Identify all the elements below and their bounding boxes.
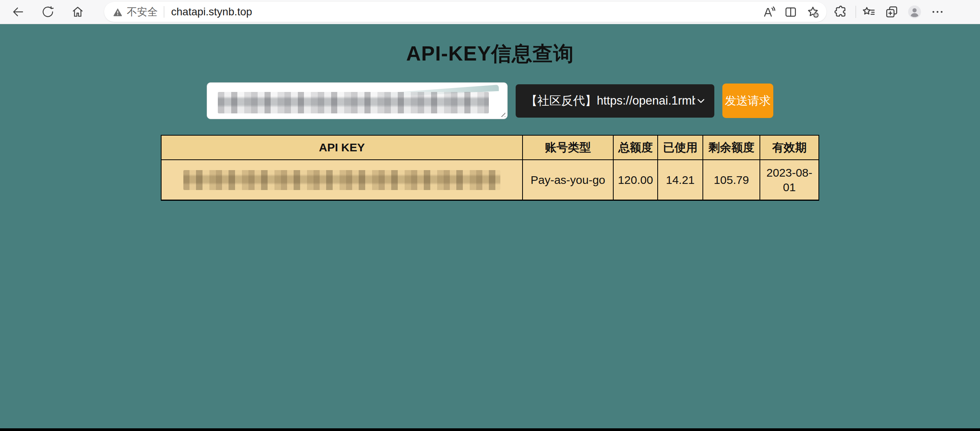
submit-button[interactable]: 发送请求	[722, 84, 773, 118]
refresh-icon	[41, 5, 55, 19]
toolbar-divider	[856, 6, 856, 18]
chevron-down-icon	[695, 95, 707, 107]
favorites-button[interactable]	[860, 3, 877, 21]
api-key-info-table: API KEY 账号类型 总额度 已使用 剩余额度 有效期 Pay-as-you…	[161, 135, 819, 201]
api-key-textarea[interactable]	[207, 82, 508, 119]
proxy-select[interactable]: 【社区反代】https://openai.1rmb.tk	[516, 84, 714, 118]
header-remaining: 剩余额度	[703, 135, 760, 160]
collections-icon	[884, 5, 899, 19]
favorites-icon	[861, 5, 876, 19]
cell-api-key	[161, 160, 523, 200]
bottom-black-bar	[0, 428, 980, 431]
extensions-button[interactable]	[832, 3, 849, 21]
more-icon	[930, 5, 945, 19]
collections-button[interactable]	[883, 3, 900, 21]
profile-button[interactable]	[906, 3, 923, 21]
more-button[interactable]	[929, 3, 946, 21]
page-content: API-KEY信息查询 【社区反代】https://openai.1rmb.tk…	[0, 24, 980, 431]
textarea-resize-handle[interactable]	[499, 110, 505, 117]
cell-remaining: 105.79	[703, 160, 760, 200]
toolbar-right	[832, 3, 952, 21]
browser-toolbar: 不安全 chatapi.stynb.top	[0, 0, 980, 24]
redacted-api-key-value	[218, 92, 489, 113]
proxy-select-value: 【社区反代】https://openai.1rmb.tk	[526, 93, 695, 109]
home-icon	[71, 5, 85, 19]
read-aloud-button[interactable]	[760, 3, 777, 20]
urlbar-divider	[164, 6, 164, 18]
header-account-type: 账号类型	[523, 135, 613, 160]
url-text: chatapi.stynb.top	[171, 6, 252, 18]
home-button[interactable]	[67, 2, 88, 22]
browser-window: 不安全 chatapi.stynb.top	[0, 0, 980, 431]
back-button[interactable]	[8, 2, 28, 22]
add-favorite-button[interactable]	[804, 3, 821, 20]
refresh-button[interactable]	[38, 2, 58, 22]
cell-total-quota: 120.00	[613, 160, 658, 200]
split-screen-icon	[784, 5, 798, 19]
redacted-api-key-cell	[183, 170, 500, 190]
address-bar[interactable]: 不安全 chatapi.stynb.top	[104, 2, 826, 22]
read-aloud-icon	[761, 5, 776, 19]
header-used: 已使用	[658, 135, 703, 160]
header-api-key: API KEY	[161, 135, 523, 160]
cell-account-type: Pay-as-you-go	[523, 160, 613, 200]
header-total-quota: 总额度	[613, 135, 658, 160]
add-favorite-icon	[806, 5, 820, 19]
cell-expiry: 2023-08-01	[760, 160, 819, 200]
query-form: 【社区反代】https://openai.1rmb.tk 发送请求	[0, 82, 980, 119]
back-icon	[11, 5, 25, 19]
extensions-icon	[833, 5, 848, 19]
page-title: API-KEY信息查询	[0, 24, 980, 66]
cell-used: 14.21	[658, 160, 703, 200]
split-screen-button[interactable]	[782, 3, 799, 20]
profile-icon	[907, 5, 922, 19]
warning-icon	[113, 7, 123, 17]
header-expiry: 有效期	[760, 135, 819, 160]
security-label[interactable]: 不安全	[127, 5, 158, 19]
table-row: Pay-as-you-go 120.00 14.21 105.79 2023-0…	[161, 160, 819, 200]
table-header-row: API KEY 账号类型 总额度 已使用 剩余额度 有效期	[161, 135, 819, 160]
